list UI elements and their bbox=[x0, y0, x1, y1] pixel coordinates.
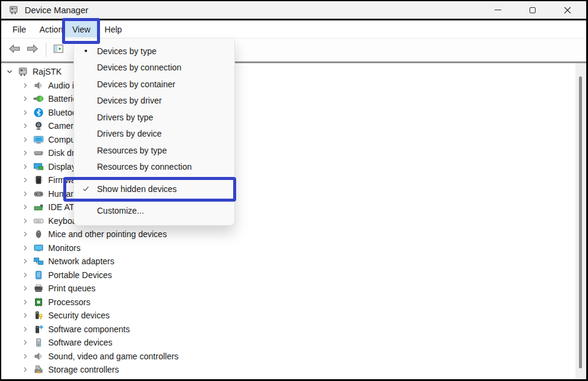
radio-dot-icon bbox=[74, 46, 97, 55]
chevron-right-icon[interactable] bbox=[20, 379, 30, 379]
chevron-right-icon[interactable] bbox=[20, 243, 30, 253]
storage-controller-icon bbox=[33, 364, 44, 375]
titlebar: Device Manager bbox=[1, 1, 586, 20]
menu-item-resources-by-type[interactable]: Resources by type bbox=[74, 142, 234, 159]
chevron-right-icon[interactable] bbox=[20, 270, 30, 280]
chevron-right-icon[interactable] bbox=[20, 94, 30, 104]
menu-help[interactable]: Help bbox=[100, 21, 127, 37]
menu-separator bbox=[75, 178, 234, 178]
menu-action[interactable]: Action bbox=[34, 21, 69, 37]
tree-item-portable-devices[interactable]: Portable Devices bbox=[1, 268, 574, 282]
menu-item-drivers-by-device[interactable]: Drivers by device bbox=[74, 126, 234, 143]
chevron-right-icon[interactable] bbox=[20, 338, 30, 347]
tree-item-software-devices[interactable]: Software devices bbox=[1, 336, 574, 350]
tree-item-network-adapters[interactable]: Network adapters bbox=[1, 255, 574, 268]
close-button[interactable] bbox=[550, 1, 585, 19]
menu-item-customize[interactable]: Customize... bbox=[74, 203, 234, 220]
chevron-right-icon[interactable] bbox=[20, 311, 30, 320]
software-component-icon bbox=[33, 324, 44, 335]
firmware-icon bbox=[33, 175, 44, 185]
menu-separator bbox=[75, 200, 234, 200]
minimize-icon bbox=[495, 10, 501, 11]
tree-item-storage-controllers[interactable]: Storage controllers bbox=[1, 363, 574, 377]
menu-item-label: Resources by connection bbox=[97, 162, 192, 172]
chevron-right-icon[interactable] bbox=[20, 162, 30, 172]
window-controls bbox=[480, 1, 585, 19]
tree-item-processors[interactable]: Processors bbox=[1, 296, 574, 309]
menu-item-label: Resources by type bbox=[97, 146, 167, 155]
tree-item-label: Mice and other pointing devices bbox=[48, 229, 167, 239]
chevron-right-icon[interactable] bbox=[20, 229, 30, 239]
menu-item-label: Drivers by type bbox=[97, 113, 153, 122]
vertical-scrollbar[interactable] bbox=[575, 63, 586, 379]
tree-item-label: RajSTK bbox=[33, 67, 61, 76]
menu-item-label: Drivers by device bbox=[97, 129, 161, 138]
tree-item-storage-volume-shadow-copies[interactable]: Storage volume shadow copies bbox=[1, 377, 574, 380]
network-icon bbox=[33, 256, 44, 267]
menu-item-devices-by-type[interactable]: Devices by type bbox=[74, 43, 234, 60]
menu-item-resources-by-connection[interactable]: Resources by connection bbox=[74, 159, 234, 176]
chevron-right-icon[interactable] bbox=[20, 324, 30, 334]
sound-icon bbox=[33, 351, 44, 362]
console-tree-button[interactable] bbox=[50, 42, 67, 58]
chevron-right-icon[interactable] bbox=[20, 365, 30, 374]
tree-item-mice-and-other-pointing-devices[interactable]: Mice and other pointing devices bbox=[1, 228, 574, 241]
menu-file[interactable]: File bbox=[6, 21, 33, 37]
battery-icon bbox=[33, 93, 44, 104]
chevron-down-icon[interactable] bbox=[5, 67, 14, 76]
chevron-right-icon[interactable] bbox=[20, 297, 30, 307]
console-tree-icon bbox=[52, 43, 65, 57]
device-manager-app-icon bbox=[8, 5, 19, 15]
maximize-button[interactable] bbox=[515, 1, 550, 19]
chevron-right-icon[interactable] bbox=[20, 189, 30, 199]
tree-item-label: Monitors bbox=[48, 243, 81, 253]
window-title: Device Manager bbox=[25, 5, 89, 15]
menu-item-devices-by-connection[interactable]: Devices by connection bbox=[74, 60, 234, 76]
device-manager-window: Device Manager FileActionViewHelp RajSTK… bbox=[0, 0, 588, 381]
tree-item-security-devices[interactable]: Security devices bbox=[1, 309, 574, 323]
tree-item-label: Software components bbox=[48, 324, 130, 334]
forward-arrow-button[interactable] bbox=[24, 42, 41, 58]
back-arrow-icon bbox=[8, 43, 21, 57]
disk-icon bbox=[33, 147, 44, 158]
chevron-right-icon[interactable] bbox=[20, 148, 30, 158]
view-menu-dropdown: Devices by typeDevices by connectionDevi… bbox=[74, 39, 235, 226]
monitor-icon bbox=[33, 243, 44, 253]
security-device-icon bbox=[33, 310, 44, 321]
scrollbar-thumb[interactable] bbox=[579, 76, 582, 368]
chevron-right-icon[interactable] bbox=[20, 175, 30, 185]
minimize-button[interactable] bbox=[480, 1, 515, 19]
tree-item-monitors[interactable]: Monitors bbox=[1, 241, 574, 255]
chevron-right-icon[interactable] bbox=[20, 256, 30, 266]
checkmark-icon bbox=[74, 184, 97, 193]
speaker-icon bbox=[33, 80, 44, 91]
chevron-right-icon[interactable] bbox=[20, 81, 30, 90]
chevron-right-icon[interactable] bbox=[20, 135, 30, 144]
tree-item-software-components[interactable]: Software components bbox=[1, 323, 574, 336]
portable-device-icon bbox=[33, 270, 44, 280]
menu-item-label: Devices by container bbox=[97, 79, 175, 89]
mouse-icon bbox=[33, 229, 44, 240]
menu-item-drivers-by-type[interactable]: Drivers by type bbox=[74, 109, 234, 126]
menu-item-devices-by-container[interactable]: Devices by container bbox=[74, 76, 234, 93]
menu-item-devices-by-driver[interactable]: Devices by driver bbox=[74, 93, 234, 110]
bluetooth-icon bbox=[33, 107, 44, 118]
menu-view[interactable]: View bbox=[65, 21, 98, 37]
keyboard-icon bbox=[33, 215, 44, 226]
tree-item-label: Software devices bbox=[48, 338, 113, 347]
menu-item-show-hidden-devices[interactable]: Show hidden devices bbox=[74, 181, 234, 197]
gamepad-icon bbox=[33, 188, 44, 199]
chevron-right-icon[interactable] bbox=[20, 216, 30, 226]
processor-icon bbox=[33, 297, 44, 308]
chevron-right-icon[interactable] bbox=[20, 121, 30, 131]
chevron-right-icon[interactable] bbox=[20, 283, 30, 293]
back-arrow-button[interactable] bbox=[6, 42, 23, 58]
chevron-right-icon[interactable] bbox=[20, 352, 30, 361]
tree-item-label: Print queues bbox=[48, 283, 96, 293]
tree-item-label: Storage controllers bbox=[48, 365, 119, 374]
chevron-right-icon[interactable] bbox=[20, 108, 30, 117]
tree-item-print-queues[interactable]: Print queues bbox=[1, 282, 574, 296]
tree-item-sound-video-and-game-controllers[interactable]: Sound, video and game controllers bbox=[1, 350, 574, 364]
chevron-right-icon[interactable] bbox=[20, 202, 30, 212]
forward-arrow-icon bbox=[26, 43, 39, 57]
